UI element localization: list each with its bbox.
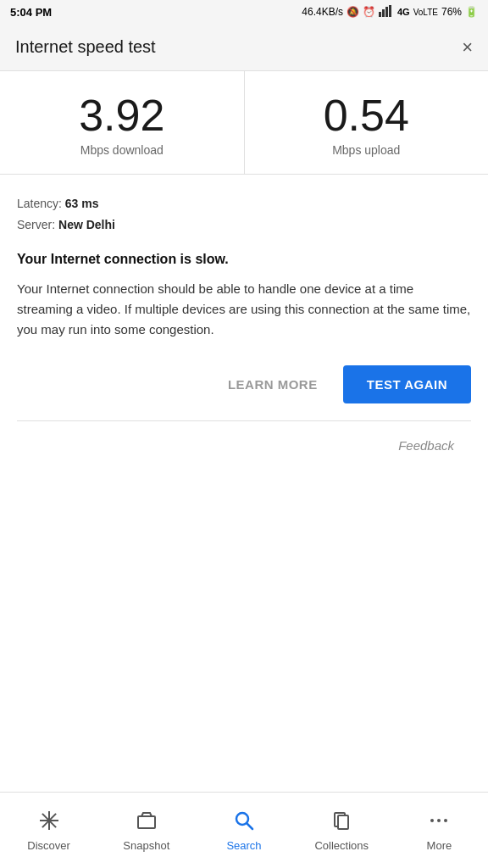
battery: 76% <box>441 6 462 18</box>
svg-rect-8 <box>138 816 155 828</box>
svg-rect-15 <box>338 815 348 829</box>
signal-bars <box>379 5 394 19</box>
svg-rect-0 <box>379 12 381 17</box>
nav-item-more[interactable]: More <box>391 793 488 868</box>
nav-item-discover[interactable]: Discover <box>0 793 97 868</box>
feedback-row: Feedback <box>17 430 471 462</box>
nav-item-collections[interactable]: Collections <box>293 793 391 868</box>
connection-status-heading: Your Internet connection is slow. <box>17 252 471 267</box>
server-value: New Delhi <box>58 218 115 231</box>
upload-value: 0.54 <box>258 92 475 140</box>
svg-point-18 <box>444 819 447 822</box>
upload-label: Mbps upload <box>258 143 475 157</box>
connection-description: Your Internet connection should be able … <box>17 279 471 340</box>
bottom-nav: Discover Snapshot Search <box>0 792 488 868</box>
4g-label: 4G <box>397 7 410 17</box>
status-time: 5:04 PM <box>10 6 52 19</box>
alarm-icon: ⏰ <box>363 6 375 18</box>
volte-icon: VoLTE <box>413 8 438 17</box>
discover-icon <box>38 810 60 835</box>
feedback-link[interactable]: Feedback <box>398 438 454 453</box>
status-bar: 5:04 PM 46.4KB/s 🔕 ⏰ 4G VoLTE 76% 🔋 <box>0 0 488 24</box>
download-label: Mbps download <box>14 143 230 157</box>
network-speed: 46.4KB/s <box>302 6 343 18</box>
speed-section: 3.92 Mbps download 0.54 Mbps upload <box>0 71 488 175</box>
header: Internet speed test × <box>0 24 488 71</box>
nav-label-snapshot: Snapshot <box>123 839 169 852</box>
page-title: Internet speed test <box>15 37 156 57</box>
status-icons: 46.4KB/s 🔕 ⏰ 4G VoLTE 76% 🔋 <box>302 5 478 19</box>
nav-item-snapshot[interactable]: Snapshot <box>97 793 195 868</box>
nav-label-discover: Discover <box>27 839 70 852</box>
svg-rect-1 <box>382 9 385 17</box>
svg-line-13 <box>247 823 253 829</box>
download-value: 3.92 <box>14 92 230 140</box>
svg-point-16 <box>430 819 434 822</box>
collections-icon <box>330 810 352 835</box>
nav-label-more: More <box>427 839 452 852</box>
close-button[interactable]: × <box>462 38 473 57</box>
nav-label-collections: Collections <box>314 839 369 852</box>
latency-label: Latency: <box>17 197 62 210</box>
battery-icon: 🔋 <box>465 6 478 18</box>
search-icon <box>233 810 255 835</box>
svg-rect-2 <box>385 7 388 17</box>
test-again-button[interactable]: TEST AGAIN <box>343 365 471 403</box>
nav-item-search[interactable]: Search <box>195 793 292 868</box>
svg-point-17 <box>437 819 441 822</box>
latency-server-info: Latency: 63 ms Server: New Delhi <box>17 193 471 236</box>
more-icon <box>428 810 450 835</box>
content-section: Latency: 63 ms Server: New Delhi Your In… <box>0 175 488 501</box>
learn-more-button[interactable]: LEARN MORE <box>213 367 333 402</box>
divider <box>17 420 471 421</box>
upload-box: 0.54 Mbps upload <box>245 71 489 174</box>
svg-rect-3 <box>389 5 391 17</box>
nav-label-search: Search <box>226 839 261 852</box>
silent-icon: 🔕 <box>347 6 359 18</box>
action-buttons: LEARN MORE TEST AGAIN <box>17 365 471 403</box>
latency-value: 63 ms <box>65 197 99 210</box>
snapshot-icon <box>136 810 158 835</box>
server-label: Server: <box>17 218 55 231</box>
download-box: 3.92 Mbps download <box>0 71 245 174</box>
